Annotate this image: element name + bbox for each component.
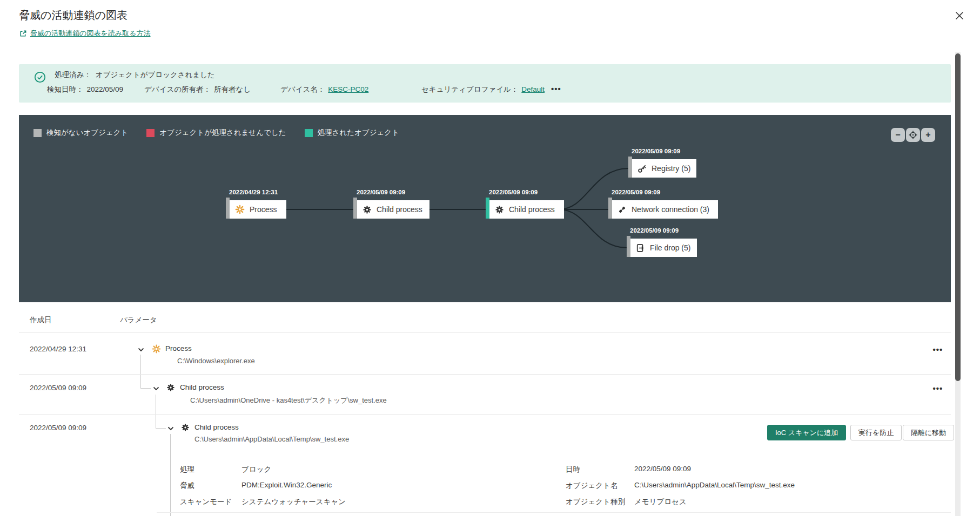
field-detection-time: 検知日時：2022/05/09 [47, 85, 123, 94]
close-button[interactable] [950, 6, 969, 26]
network-icon [617, 205, 627, 214]
row-date: 2022/05/09 09:09 [30, 384, 86, 392]
file-drop-icon [636, 243, 645, 253]
security-profile-link[interactable]: Default [521, 85, 545, 93]
detail-value: システムウォッチャースキャン [241, 497, 346, 507]
row-object-name: Process [165, 344, 192, 352]
process-burst-icon [235, 205, 245, 214]
field-value: 2022/05/09 [87, 85, 124, 93]
row-collapse-button[interactable] [166, 425, 175, 433]
field-security-profile: セキュリティプロファイル：Default [421, 85, 545, 94]
gear-icon [363, 205, 372, 214]
graph-node-network-connection[interactable]: 2022/05/09 09:09 Network connection (3) [608, 200, 718, 219]
detail-label: スキャンモード [180, 497, 232, 507]
row-date: 2022/04/29 12:31 [30, 345, 86, 353]
field-device-owner: デバイスの所有者：所有者なし [144, 85, 251, 94]
node-label: Child process [509, 205, 555, 214]
node-status-bar [353, 198, 357, 219]
graph-node-process[interactable]: 2022/04/29 12:31 Process [226, 200, 286, 219]
graph-node-child-process-2[interactable]: 2022/05/09 09:09 Child process [486, 200, 564, 219]
node-timestamp: 2022/05/09 09:09 [632, 148, 680, 154]
node-label: Child process [377, 205, 422, 214]
field-value: 所有者なし [214, 85, 251, 93]
help-link-label: 脅威の活動連鎖の図表を読み取る方法 [30, 29, 151, 38]
row-object-path: C:\Windows\explorer.exe [177, 357, 255, 365]
chevron-down-icon [152, 385, 160, 392]
graph-node-file-drop[interactable]: 2022/05/09 09:09 File drop (5) [627, 239, 697, 257]
node-label: Process [250, 205, 277, 214]
detail-label: オブジェクト種別 [566, 497, 625, 507]
node-label: File drop (5) [650, 243, 690, 252]
status-label: 処理済み： [55, 71, 91, 79]
field-label: セキュリティプロファイル： [421, 85, 518, 93]
detail-label: オブジェクト名 [566, 481, 617, 491]
node-label: Registry (5) [652, 164, 690, 173]
gear-icon [495, 205, 504, 214]
status-value: オブジェクトがブロックされました [96, 71, 215, 79]
move-to-quarantine-button[interactable]: 隔離に移動 [903, 425, 954, 440]
activity-graph-panel: 検知がないオブジェクト オブジェクトが処理されませんでした 処理されたオブジェク… [19, 115, 951, 302]
node-status-bar [628, 157, 632, 178]
process-burst-icon [152, 344, 161, 354]
detail-value: C:\Users\admin\AppData\Local\Temp\sw_tes… [634, 481, 795, 489]
node-status-bar [608, 198, 612, 219]
graph-node-registry[interactable]: 2022/05/09 09:09 Registry (5) [628, 159, 696, 178]
key-icon [637, 164, 647, 173]
page-title: 脅威の活動連鎖の図表 [19, 8, 127, 23]
status-banner: 処理済み：オブジェクトがブロックされました 検知日時：2022/05/09 デバ… [19, 64, 951, 103]
status-line: 処理済み：オブジェクトがブロックされました [55, 70, 215, 80]
separator [19, 414, 951, 415]
row-collapse-button[interactable] [152, 385, 160, 393]
threat-chain-dialog: 脅威の活動連鎖の図表 脅威の活動連鎖の図表を読み取る方法 処理済み：オブジェクト… [0, 0, 980, 516]
prevent-execution-button[interactable]: 実行を防止 [850, 425, 902, 440]
detail-value: PDM:Exploit.Win32.Generic [241, 481, 332, 489]
detail-value: 2022/05/09 09:09 [634, 465, 691, 473]
detail-label: 脅威 [180, 481, 194, 491]
separator [19, 374, 951, 375]
external-link-icon [19, 30, 27, 38]
detail-label: 処理 [180, 465, 194, 474]
separator [157, 512, 951, 513]
node-timestamp: 2022/04/29 12:31 [229, 189, 278, 195]
row-more-button[interactable]: ••• [928, 344, 948, 355]
scrollbar-thumb[interactable] [955, 53, 961, 381]
row-object-path: C:\Users\admin\AppData\Local\Temp\sw_tes… [194, 435, 349, 443]
close-icon [955, 11, 964, 21]
detail-label: 日時 [566, 465, 580, 474]
field-device-name: デバイス名：KESC-PC02 [280, 85, 368, 94]
gear-icon [181, 423, 190, 432]
field-label: 検知日時： [47, 85, 84, 93]
tree-line [156, 428, 166, 429]
add-to-ioc-scan-button[interactable]: IoC スキャンに追加 [767, 425, 846, 440]
chevron-down-icon [137, 346, 145, 354]
row-object-name: Child process [180, 383, 224, 391]
column-header-created: 作成日 [30, 315, 52, 325]
column-header-parameters: パラメータ [120, 315, 157, 325]
tree-line [140, 355, 141, 389]
help-link[interactable]: 脅威の活動連鎖の図表を読み取る方法 [19, 29, 151, 38]
node-timestamp: 2022/05/09 09:09 [612, 189, 660, 195]
field-label: デバイス名： [280, 85, 325, 93]
banner-more-button[interactable]: ••• [551, 84, 561, 94]
row-date: 2022/05/09 09:09 [30, 424, 86, 432]
node-timestamp: 2022/05/09 09:09 [630, 227, 679, 234]
row-more-button[interactable]: ••• [928, 383, 948, 394]
detail-value: メモリプロセス [634, 497, 687, 507]
node-timestamp: 2022/05/09 09:09 [489, 189, 538, 195]
row-object-path: C:\Users\admin\OneDrive - kas4test\デスクトッ… [190, 396, 387, 405]
row-collapse-button[interactable] [137, 346, 145, 355]
node-status-bar [486, 198, 489, 219]
node-status-bar [226, 198, 230, 219]
check-circle-icon [34, 71, 46, 83]
device-name-link[interactable]: KESC-PC02 [328, 85, 368, 93]
node-label: Network connection (3) [632, 205, 709, 214]
tree-line [170, 434, 171, 516]
row-object-name: Child process [194, 423, 239, 431]
graph-edges [19, 115, 951, 302]
tree-line [156, 395, 156, 429]
gear-icon [166, 383, 175, 392]
graph-node-child-process-1[interactable]: 2022/05/09 09:09 Child process [353, 200, 429, 219]
chevron-down-icon [167, 425, 174, 432]
tree-line [140, 388, 151, 389]
detail-value: ブロック [241, 465, 271, 474]
